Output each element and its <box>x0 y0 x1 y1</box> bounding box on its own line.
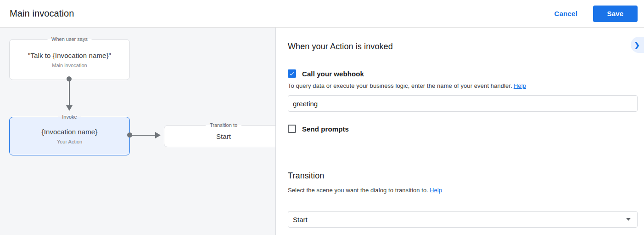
page-title: Main invocation <box>10 8 74 19</box>
arrow-down-icon <box>66 105 73 111</box>
arrow-right-icon <box>155 132 161 138</box>
save-button[interactable]: Save <box>593 6 638 22</box>
node-transition-to-start[interactable]: Transition to Start <box>164 125 276 147</box>
send-prompts-checkbox-row: Send prompts <box>288 125 638 133</box>
webhook-checkbox[interactable] <box>288 69 296 78</box>
transition-section-heading: Transition <box>288 171 638 181</box>
event-handler-input[interactable] <box>288 95 638 112</box>
dropdown-arrow-icon <box>626 218 631 221</box>
node-title: "Talk to {Invocation name}" <box>28 52 111 59</box>
connector-line-vertical <box>69 81 70 105</box>
node-title: Start <box>216 132 231 140</box>
webhook-checkbox-label[interactable]: Call your webhook <box>302 70 364 78</box>
section-divider <box>288 157 638 157</box>
node-subtitle: Main invocation <box>52 63 87 68</box>
flow-canvas[interactable]: When user says "Talk to {Invocation name… <box>0 28 276 235</box>
send-prompts-checkbox-label[interactable]: Send prompts <box>302 125 349 133</box>
node-legend: When user says <box>47 36 92 43</box>
transition-help-link[interactable]: Help <box>430 187 442 194</box>
node-legend: Invoke <box>58 114 81 120</box>
content-split: When user says "Talk to {Invocation name… <box>0 28 644 235</box>
invocation-section-heading: When your Action is invoked <box>288 42 638 52</box>
webhook-help-link[interactable]: Help <box>514 82 526 89</box>
topbar: Main invocation Cancel Save <box>0 0 644 28</box>
cancel-button[interactable]: Cancel <box>554 10 577 17</box>
main-invocation-editor: Main invocation Cancel Save When user sa… <box>0 0 644 235</box>
collapse-panel-button[interactable]: ❯ <box>631 37 644 53</box>
node-title: {Invocation name} <box>42 128 98 136</box>
connector-dot <box>127 132 132 138</box>
send-prompts-checkbox[interactable] <box>288 125 296 133</box>
transition-helper-text: Select the scene you want the dialog to … <box>288 187 638 194</box>
node-legend: Transition to <box>206 122 241 129</box>
chevron-right-icon: ❯ <box>634 41 640 48</box>
webhook-helper-text: To query data or execute your business l… <box>288 82 638 89</box>
connector-line-horizontal <box>132 135 155 136</box>
node-when-user-says[interactable]: When user says "Talk to {Invocation name… <box>9 39 130 80</box>
node-subtitle: Your Action <box>57 139 82 144</box>
webhook-checkbox-row: Call your webhook <box>288 69 638 78</box>
properties-panel: ❯ When your Action is invoked Call your … <box>276 28 644 235</box>
scene-select[interactable]: Start <box>288 211 638 228</box>
scene-select-value: Start <box>293 216 308 224</box>
node-invoke-selected[interactable]: Invoke {Invocation name} Your Action <box>9 117 130 155</box>
checkmark-icon <box>289 70 295 77</box>
topbar-actions: Cancel Save <box>554 6 638 22</box>
